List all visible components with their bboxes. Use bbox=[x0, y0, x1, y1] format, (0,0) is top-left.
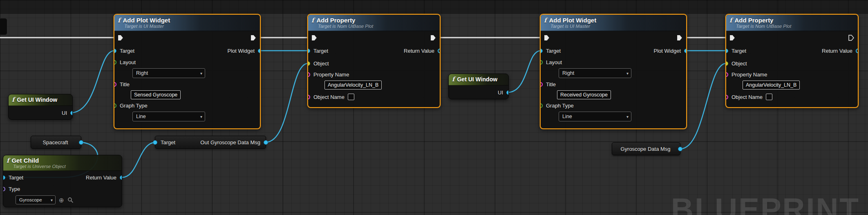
exec-in-pin[interactable] bbox=[118, 35, 124, 41]
title-pin[interactable] bbox=[540, 82, 543, 87]
object-pin[interactable] bbox=[725, 61, 728, 66]
layout-pin[interactable] bbox=[540, 60, 543, 65]
property-name-input[interactable]: AngularVelocity_LN_B bbox=[324, 81, 382, 90]
offscreen-node-edge bbox=[0, 18, 7, 35]
field-row: Sensed Gyroscope bbox=[114, 89, 260, 101]
pin-row: Property Name bbox=[726, 69, 858, 79]
type-dropdown[interactable]: Gyroscope ▾ bbox=[16, 195, 56, 204]
object-name-input[interactable] bbox=[766, 94, 772, 100]
chevron-down-icon: ▾ bbox=[626, 71, 629, 76]
function-icon: f bbox=[7, 157, 9, 164]
function-icon: f bbox=[729, 17, 732, 24]
return-value-pin[interactable] bbox=[856, 49, 859, 53]
title-pin[interactable] bbox=[114, 82, 116, 87]
pin-label-out-gyroscope-data-msg: Out Gyroscope Data Msg bbox=[200, 139, 260, 146]
pin-row: Graph Type bbox=[114, 101, 260, 110]
target-pin[interactable] bbox=[153, 140, 157, 145]
graph-type-pin[interactable] bbox=[540, 103, 543, 108]
pin-row: Type bbox=[3, 184, 122, 194]
object-name-pin[interactable] bbox=[307, 95, 310, 99]
object-name-pin[interactable] bbox=[725, 95, 728, 99]
gyroscope-data-msg-output-pin[interactable] bbox=[678, 147, 682, 151]
target-pin[interactable] bbox=[114, 49, 116, 53]
title-input[interactable]: Received Gyroscope bbox=[557, 90, 611, 99]
pin-row: Object Name bbox=[726, 91, 858, 103]
graph-type-pin[interactable] bbox=[114, 103, 116, 108]
pin-label-target: Target bbox=[161, 139, 175, 146]
node-out-gyroscope-data-msg[interactable]: Target Out Gyroscope Data Msg bbox=[155, 136, 266, 149]
exec-out-pin[interactable] bbox=[430, 35, 436, 41]
pin-row: Object bbox=[726, 57, 858, 69]
exec-in-pin[interactable] bbox=[544, 35, 550, 41]
pin-label-title: Title bbox=[546, 81, 556, 87]
node-header: fAdd Property Target is Nom UIBase Plot bbox=[308, 15, 440, 31]
property-name-pin[interactable] bbox=[307, 72, 310, 77]
layout-dropdown-value: Right bbox=[562, 70, 574, 76]
node-header: fGet UI Window bbox=[9, 94, 72, 106]
target-pin[interactable] bbox=[3, 175, 5, 180]
pin-row: Layout bbox=[114, 57, 260, 67]
title-input[interactable]: Sensed Gyroscope bbox=[131, 90, 181, 99]
node-add-plot-widget-2[interactable]: fAdd Plot Widget Target is UI Master Tar… bbox=[540, 14, 687, 129]
pin-label-object-name: Object Name bbox=[313, 94, 345, 100]
pin-label-title: Title bbox=[120, 81, 130, 87]
exec-out-pin[interactable] bbox=[848, 35, 855, 41]
pin-label-target: Target bbox=[120, 48, 134, 54]
node-get-ui-window-2[interactable]: fGet UI Window UI bbox=[448, 74, 509, 99]
wire-uiwindow2-target bbox=[508, 51, 541, 92]
add-type-icon[interactable]: ⊕ bbox=[59, 197, 64, 203]
exec-row bbox=[114, 31, 260, 44]
property-name-input[interactable]: AngularVelocity_LN_B bbox=[743, 81, 800, 90]
function-icon: f bbox=[452, 76, 454, 83]
object-pin[interactable] bbox=[307, 61, 310, 66]
node-get-child[interactable]: fGet Child Target is Universe Object Tar… bbox=[3, 155, 122, 207]
pin-label-ui: UI bbox=[62, 110, 67, 116]
node-title: Get UI Window bbox=[17, 96, 57, 103]
node-add-property-1[interactable]: fAdd Property Target is Nom UIBase Plot … bbox=[307, 14, 441, 108]
target-pin[interactable] bbox=[307, 49, 310, 53]
exec-out-pin[interactable] bbox=[251, 35, 257, 41]
pin-row: Target Plot Widget bbox=[114, 44, 260, 57]
pin-label-plot-widget: Plot Widget bbox=[654, 48, 681, 54]
node-add-property-2[interactable]: fAdd Property Target is Nom UIBase Plot … bbox=[725, 14, 859, 108]
node-add-plot-widget-1[interactable]: fAdd Plot Widget Target is UI Master Tar… bbox=[114, 14, 261, 129]
pin-label-graph-type: Graph Type bbox=[546, 103, 574, 109]
ui-output-pin[interactable] bbox=[70, 111, 73, 115]
type-dropdown-value: Gyroscope bbox=[19, 197, 42, 202]
node-title: Add Plot Widget bbox=[549, 17, 596, 24]
layout-dropdown[interactable]: Right ▾ bbox=[559, 68, 631, 78]
out-gyroscope-output-pin[interactable] bbox=[264, 140, 268, 145]
wire-getchild-outgyro-target bbox=[122, 142, 156, 177]
type-pin[interactable] bbox=[3, 187, 5, 191]
exec-in-pin[interactable] bbox=[311, 35, 318, 41]
function-icon: f bbox=[544, 17, 546, 24]
pin-label-object: Object bbox=[732, 60, 747, 67]
node-spacecraft[interactable]: Spacecraft bbox=[31, 136, 81, 149]
exec-in-pin[interactable] bbox=[729, 35, 736, 41]
plot-widget-output-pin[interactable] bbox=[684, 49, 687, 53]
field-row: Received Gyroscope bbox=[541, 89, 686, 101]
chevron-down-icon: ▾ bbox=[200, 71, 202, 76]
return-value-pin[interactable] bbox=[438, 49, 441, 53]
pin-row: Title bbox=[114, 79, 260, 89]
node-get-ui-window-1[interactable]: fGet UI Window UI bbox=[8, 94, 73, 120]
blueprint-graph-canvas[interactable]: BLUEPRINT fGet UI Window UI fAdd Plot Wi… bbox=[0, 0, 868, 215]
pin-row: Graph Type bbox=[541, 101, 686, 110]
node-gyroscope-data-msg[interactable]: Gyroscope Data Msg bbox=[612, 142, 680, 155]
layout-pin[interactable] bbox=[114, 60, 116, 65]
search-icon[interactable] bbox=[67, 197, 74, 203]
return-value-pin[interactable] bbox=[120, 175, 122, 180]
target-pin[interactable] bbox=[540, 49, 543, 53]
graph-type-dropdown[interactable]: Line ▾ bbox=[559, 112, 631, 121]
spacecraft-output-pin[interactable] bbox=[79, 140, 83, 145]
plot-widget-output-pin[interactable] bbox=[258, 49, 261, 53]
node-subtitle: Target is UI Master bbox=[550, 24, 682, 29]
target-pin[interactable] bbox=[725, 49, 728, 53]
exec-out-pin[interactable] bbox=[677, 35, 683, 41]
layout-dropdown[interactable]: Right ▾ bbox=[132, 68, 205, 78]
graph-type-dropdown[interactable]: Line ▾ bbox=[132, 112, 205, 121]
property-name-pin[interactable] bbox=[725, 72, 728, 77]
ui-output-pin[interactable] bbox=[506, 90, 509, 95]
object-name-input[interactable] bbox=[348, 94, 354, 100]
pin-label-object: Object bbox=[313, 60, 329, 67]
